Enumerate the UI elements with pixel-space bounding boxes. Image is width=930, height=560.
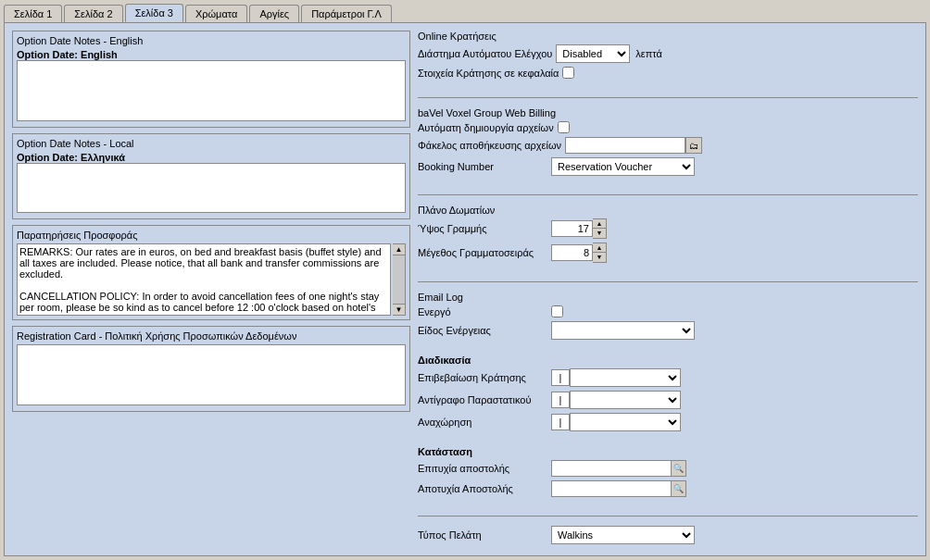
section-local-label: Option Date: Ελληνικά (17, 152, 406, 163)
remarks-scroll-up[interactable]: ▲ (393, 244, 405, 255)
section-local-textarea[interactable] (17, 163, 406, 213)
booking-number-row: Booking Number Reservation Voucher Booki… (418, 157, 918, 176)
plano-title: Πλάνο Δωματίων (418, 205, 918, 216)
bavel-section: baVel Voxel Group Web Billing Αυτόματη δ… (418, 107, 918, 180)
content-area: Option Date Notes - English Option Date:… (4, 22, 926, 556)
megethos-row: Μέγεθος Γραμματοσειράς ▲ ▼ (418, 243, 918, 263)
tab-parametroi[interactable]: Παράμετροι Γ.Λ (301, 5, 392, 22)
antigrafo-row: Αντίγραφο Παραστατικού (418, 391, 918, 409)
diadikasia-title: Διαδικασία (418, 355, 918, 366)
anaxorisi-label: Αναχώρηση (418, 417, 547, 428)
section-regcard: Registration Card - Πολιτική Χρήσης Προσ… (12, 326, 410, 412)
ypsos-label: Ύψος Γραμμής (418, 223, 547, 234)
epiveveosi-label: Επιβεβαίωση Κράτησης (418, 372, 547, 383)
tab-selida1[interactable]: Σελίδα 1 (4, 5, 62, 22)
katastasi-title: Κατάσταση (418, 446, 918, 457)
bavel-title: baVel Voxel Group Web Billing (418, 107, 918, 118)
left-column: Option Date Notes - English Option Date:… (12, 31, 410, 548)
eidos-select[interactable]: Option 1 Option 2 (551, 321, 695, 340)
apotyxia-label: Αποτυχία Αποστολής (418, 483, 547, 494)
apotyxia-row: Αποτυχία Αποστολής 🔍 (418, 480, 918, 497)
remarks-scroll-down[interactable]: ▼ (393, 304, 405, 315)
regcard-textarea[interactable] (17, 344, 406, 405)
remarks-textarea[interactable] (17, 243, 391, 316)
section-local: Option Date Notes - Local Option Date: Ε… (12, 133, 410, 219)
tab-selida2[interactable]: Σελίδα 2 (64, 5, 122, 22)
anaxorisi-select[interactable] (570, 413, 681, 431)
stoiheia-checkbox[interactable] (562, 67, 574, 79)
ypsos-up-button[interactable]: ▲ (593, 219, 606, 229)
fakelos-input[interactable] (565, 137, 685, 154)
apotyxia-input[interactable] (551, 480, 672, 497)
megethos-spinner: ▲ ▼ (551, 243, 607, 263)
stoiheia-row: Στοιχεία Κράτησης σε κεφαλαία (418, 67, 918, 79)
tab-selida3[interactable]: Σελίδα 3 (125, 4, 183, 22)
megethos-up-button[interactable]: ▲ (593, 243, 606, 253)
fakelos-row: Φάκελος αποθήκευσης αρχείων 🗂 (418, 137, 918, 154)
eidos-label: Είδος Ενέργειας (418, 325, 547, 336)
anaxorisi-row: Αναχώρηση (418, 413, 918, 431)
energo-row: Ενεργό (418, 305, 918, 317)
antigrafo-field (551, 391, 681, 409)
lepta-label: λεπτά (635, 48, 662, 59)
epiveveosi-row: Επιβεβαίωση Κράτησης (418, 368, 918, 387)
epitixia-field: 🔍 (551, 460, 686, 477)
megethos-input[interactable] (551, 244, 593, 261)
megethos-spinner-btns: ▲ ▼ (593, 243, 607, 263)
energo-checkbox[interactable] (551, 305, 563, 317)
apotyxia-icon-button[interactable]: 🔍 (672, 480, 686, 497)
diasima-select[interactable]: Disabled 5 10 15 30 (556, 44, 630, 63)
typos-select[interactable]: Walkins Option 2 Option 3 (551, 526, 695, 544)
epitixia-label: Επιτυχία αποστολής (418, 463, 547, 474)
ypsos-input[interactable] (551, 220, 593, 237)
section-local-title: Option Date Notes - Local (17, 138, 406, 149)
antigrafo-label: Αντίγραφο Παραστατικού (418, 394, 547, 405)
eidos-row: Είδος Ενέργειας Option 1 Option 2 (418, 321, 918, 340)
regcard-title: Registration Card - Πολιτική Χρήσης Προσ… (17, 330, 406, 342)
ypsos-spinner: ▲ ▼ (551, 218, 607, 239)
right-column: Online Κρατήσεις Διάστημα Αυτόματου Ελέγ… (418, 31, 918, 548)
antigrafo-pipe-input[interactable] (551, 392, 570, 408)
anaxorisi-pipe-input[interactable] (551, 414, 570, 430)
megethos-label: Μέγεθος Γραμματοσειράς (418, 247, 547, 258)
tab-bar: Σελίδα 1 Σελίδα 2 Σελίδα 3 Χρώματα Αργίε… (0, 0, 930, 22)
diasima-label: Διάστημα Αυτόματου Ελέγχου (418, 48, 552, 59)
stoiheia-label: Στοιχεία Κράτησης σε κεφαλαία (418, 68, 559, 79)
fakelos-browse-button[interactable]: 🗂 (685, 137, 702, 154)
aftomati-checkbox[interactable] (558, 121, 570, 133)
anaxorisi-field (551, 413, 681, 431)
typos-label: Τύπος Πελάτη (418, 529, 547, 541)
aftomati-row: Αυτόματη δημιουργία αρχείων (418, 121, 918, 133)
epiveveosi-select[interactable] (570, 368, 681, 387)
online-section: Online Κρατήσεις Διάστημα Αυτόματου Ελέγ… (418, 31, 918, 82)
fakelos-label: Φάκελος αποθήκευσης αρχείων (418, 140, 561, 151)
section-remarks: Παρατηρήσεις Προσφοράς ▲ ▼ (12, 225, 410, 320)
online-title: Online Κρατήσεις (418, 31, 918, 42)
remarks-title: Παρατηρήσεις Προσφοράς (17, 230, 406, 241)
epiveveosi-field (551, 368, 681, 387)
tab-xromata[interactable]: Χρώματα (185, 5, 247, 22)
tab-argies[interactable]: Αργίες (249, 5, 299, 22)
typos-row: Τύπος Πελάτη Walkins Option 2 Option 3 (418, 526, 918, 544)
email-log-section: Email Log Ενεργό Είδος Ενέργειας Option … (418, 292, 918, 343)
katastasi-section: Κατάσταση Επιτυχία αποστολής 🔍 Αποτυχία … (418, 446, 918, 501)
ypsos-spinner-btns: ▲ ▼ (593, 218, 607, 239)
plano-section: Πλάνο Δωματίων Ύψος Γραμμής ▲ ▼ Μέγεθος … (418, 205, 918, 267)
section-english-label: Option Date: English (17, 49, 406, 60)
diasima-row: Διάστημα Αυτόματου Ελέγχου Disabled 5 10… (418, 44, 918, 63)
section-english: Option Date Notes - English Option Date:… (12, 31, 410, 128)
epitixia-icon-button[interactable]: 🔍 (672, 460, 686, 477)
email-log-title: Email Log (418, 292, 918, 303)
megethos-down-button[interactable]: ▼ (593, 253, 606, 262)
apotyxia-field: 🔍 (551, 480, 686, 497)
epiveveosi-pipe-input[interactable] (551, 369, 570, 386)
booking-number-select[interactable]: Reservation Voucher Booking Number Other (551, 157, 695, 176)
aftomati-label: Αυτόματη δημιουργία αρχείων (418, 122, 554, 133)
energo-label: Ενεργό (418, 306, 547, 317)
booking-number-label: Booking Number (418, 161, 547, 172)
ypsos-row: Ύψος Γραμμής ▲ ▼ (418, 218, 918, 239)
ypsos-down-button[interactable]: ▼ (593, 229, 606, 238)
section-english-textarea[interactable] (17, 60, 406, 121)
antigrafo-select[interactable] (570, 391, 681, 409)
epitixia-input[interactable] (551, 460, 672, 477)
